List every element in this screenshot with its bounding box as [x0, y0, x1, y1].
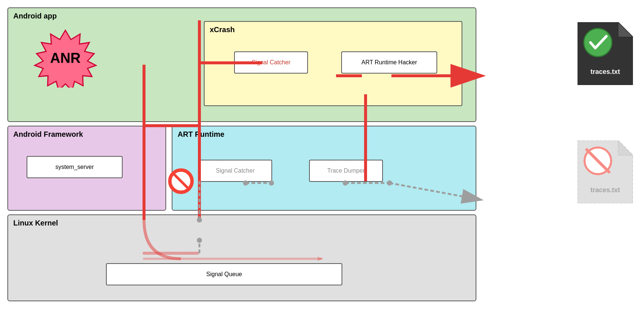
svg-text:traces.txt: traces.txt: [590, 186, 620, 194]
android-app-layer: Android app ANR xCrash Signal Catcher AR…: [7, 7, 476, 122]
anr-text: ANR: [50, 50, 80, 66]
signal-queue-text: Signal Queue: [206, 271, 242, 278]
android-framework-label: Android Framework: [13, 130, 83, 139]
svg-text:traces.txt: traces.txt: [590, 68, 620, 75]
traces-bad-doc: traces.txt: [578, 140, 633, 203]
trace-dumper-text: Trace Dumper: [327, 167, 365, 174]
traces-good-doc: traces.txt: [578, 22, 633, 85]
signal-catcher-xcrash-text: Signal Catcher: [252, 59, 291, 66]
linux-kernel-layer: Linux Kernel Signal Queue: [7, 214, 476, 301]
signal-catcher-art-text: Signal Catcher: [216, 167, 255, 174]
linux-kernel-label: Linux Kernel: [13, 219, 58, 227]
no-sign-block-1: [169, 169, 193, 193]
traces-bad-svg: traces.txt: [578, 140, 633, 203]
android-app-label: Android app: [13, 12, 57, 20]
android-framework-layer: Android Framework system_server: [7, 126, 166, 211]
traces-good-svg: traces.txt: [578, 22, 633, 85]
svg-marker-2: [618, 22, 633, 37]
art-runtime-hacker-text: ART Runtime Hacker: [362, 59, 417, 66]
svg-marker-6: [618, 140, 633, 155]
anr-burst: ANR: [28, 28, 102, 88]
diagram-container: Android app ANR xCrash Signal Catcher AR…: [0, 0, 644, 312]
signal-queue-box: Signal Queue: [106, 263, 342, 285]
art-runtime-layer: ART Runtime Signal Catcher Trace Dumper: [172, 126, 476, 211]
svg-point-3: [584, 28, 612, 57]
signal-catcher-art-box: Signal Catcher: [198, 160, 272, 182]
art-runtime-hacker-box: ART Runtime Hacker: [341, 51, 437, 74]
art-runtime-label: ART Runtime: [178, 130, 225, 139]
xcrash-label: xCrash: [210, 26, 235, 34]
system-server-text: system_server: [55, 164, 94, 170]
signal-catcher-xcrash-box: Signal Catcher: [234, 51, 308, 74]
system-server-box: system_server: [27, 156, 123, 178]
xcrash-box: xCrash Signal Catcher ART Runtime Hacker: [204, 21, 462, 106]
trace-dumper-box: Trace Dumper: [309, 160, 383, 182]
